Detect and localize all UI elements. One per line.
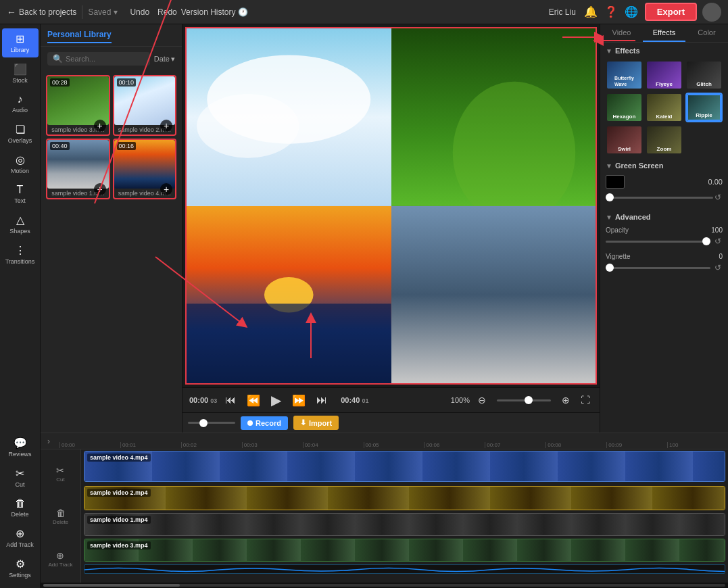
sidebar-label-motion: Motion bbox=[11, 168, 29, 174]
saved-dropdown[interactable]: ▾ bbox=[114, 7, 118, 17]
sidebar-item-add-track[interactable]: ⊕ Add Track bbox=[2, 523, 39, 552]
timeline-scroll-thumb[interactable] bbox=[43, 584, 180, 587]
opacity-reset-button[interactable]: ↺ bbox=[713, 235, 723, 247]
export-button[interactable]: Export bbox=[645, 3, 697, 21]
undo-button[interactable]: Undo bbox=[126, 6, 153, 18]
date-filter[interactable]: Date ▾ bbox=[154, 55, 175, 64]
effect-hexagon[interactable]: Hexagon bbox=[606, 93, 643, 122]
preview-quad-topleft[interactable] bbox=[187, 28, 391, 206]
vignette-reset-button[interactable]: ↺ bbox=[713, 262, 723, 274]
track-2[interactable]: sample video 2.mp4 bbox=[84, 486, 725, 510]
step-forward-button[interactable]: ⏩ bbox=[289, 393, 308, 408]
zoom-in-button[interactable]: ⊕ bbox=[559, 393, 573, 407]
green-screen-label: Green Screen bbox=[615, 162, 664, 170]
globe-icon[interactable]: 🌐 bbox=[625, 5, 638, 18]
library-thumb-4[interactable]: 00:16 + sample video 4.m... bbox=[113, 139, 177, 199]
library-thumb-1[interactable]: 00:28 + sample video 3.m... bbox=[46, 75, 110, 136]
zoom-level: 100% bbox=[451, 396, 470, 404]
sidebar-item-audio[interactable]: ♪ Audio bbox=[2, 89, 39, 118]
step-back-button[interactable]: ⏪ bbox=[244, 393, 263, 408]
waveform-svg bbox=[84, 565, 725, 573]
settings-icon: ⚙ bbox=[16, 558, 25, 570]
advanced-section-header[interactable]: ▼ Advanced bbox=[600, 209, 728, 224]
green-screen-section: 0.00 ↺ bbox=[600, 172, 728, 209]
effect-zoom[interactable]: Zoom bbox=[646, 125, 683, 155]
fit-screen-button[interactable]: ⛶ bbox=[578, 393, 593, 407]
version-history-button[interactable]: Version History 🕐 bbox=[181, 7, 249, 17]
zoom-slider[interactable] bbox=[497, 399, 551, 401]
bell-icon[interactable]: 🔔 bbox=[584, 5, 598, 18]
timeline-scrollbar[interactable] bbox=[41, 583, 728, 588]
add-track-icon: ⊕ bbox=[16, 527, 24, 540]
zoom-out-button[interactable]: ⊖ bbox=[475, 393, 489, 407]
skip-back-button[interactable]: ⏮ bbox=[222, 393, 239, 408]
track-4[interactable]: sample video 3.mp4 bbox=[84, 539, 725, 562]
avatar[interactable] bbox=[702, 3, 721, 22]
timeline-collapse-button[interactable]: › bbox=[41, 433, 57, 449]
effect-flyeye[interactable]: Flyeye bbox=[646, 60, 683, 90]
preview-quad-bottomleft[interactable] bbox=[187, 206, 391, 384]
help-icon[interactable]: ❓ bbox=[604, 5, 618, 18]
sidebar-item-shapes[interactable]: △ Shapes bbox=[2, 210, 39, 239]
opacity-slider[interactable] bbox=[606, 241, 710, 243]
search-input[interactable] bbox=[66, 55, 145, 63]
thumb-add-4[interactable]: + bbox=[160, 183, 172, 195]
redo-button[interactable]: Redo bbox=[153, 6, 181, 18]
svg-rect-9 bbox=[391, 206, 596, 384]
timeline-scroll-track bbox=[43, 584, 725, 587]
play-button[interactable]: ▶ bbox=[268, 391, 284, 410]
effect-kaleid[interactable]: Kaleid bbox=[646, 93, 683, 122]
record-button[interactable]: Record bbox=[241, 416, 288, 430]
delete-icon: 🗑 bbox=[15, 497, 26, 510]
library-tab[interactable]: Personal Library bbox=[47, 30, 112, 43]
vignette-slider[interactable] bbox=[606, 267, 710, 269]
sidebar-item-stock[interactable]: ⬛ Stock bbox=[2, 59, 39, 88]
sky-visual bbox=[187, 28, 391, 206]
effect-glitch[interactable]: Glitch bbox=[685, 60, 723, 90]
sidebar-item-overlays[interactable]: ❏ Overlays bbox=[2, 119, 39, 148]
back-to-projects-button[interactable]: ← Back to projects bbox=[7, 7, 76, 18]
library-thumb-2[interactable]: 00:10 + sample video 2.m... bbox=[113, 75, 177, 136]
tl-add-track-control[interactable]: ⊕ Add Track bbox=[48, 550, 72, 568]
tab-color[interactable]: Color bbox=[685, 24, 728, 42]
track-3[interactable]: sample video 1.mp4 bbox=[84, 513, 725, 536]
green-screen-section-header[interactable]: ▼ Green Screen bbox=[600, 157, 728, 172]
effect-swirl[interactable]: Swirl bbox=[606, 125, 643, 155]
tl-cut-control[interactable]: ✂ Cut bbox=[56, 465, 64, 483]
sidebar-item-transitions[interactable]: ⋮ Transitions bbox=[2, 240, 39, 269]
effects-section-header[interactable]: ▼ Effects bbox=[600, 43, 728, 57]
sidebar-item-reviews[interactable]: 💬 Reviews bbox=[2, 433, 39, 462]
opacity-label: Opacity bbox=[606, 226, 629, 234]
track-1[interactable]: sample video 4.mp4 bbox=[84, 451, 725, 482]
volume-slider[interactable] bbox=[188, 422, 235, 424]
sidebar-item-library[interactable]: ⊞ Library bbox=[2, 28, 39, 57]
center-right-layout: Personal Library 🔍 Date ▾ bbox=[41, 24, 728, 588]
ruler-mark-9: 00:09 bbox=[606, 442, 667, 448]
preview-quad-bottomright[interactable] bbox=[391, 206, 596, 384]
sidebar-item-delete[interactable]: 🗑 Delete bbox=[2, 493, 39, 522]
gs-color-picker[interactable] bbox=[606, 175, 625, 189]
skip-forward-button[interactable]: ⏭ bbox=[314, 393, 330, 408]
gs-reset-button[interactable]: ↺ bbox=[713, 191, 723, 203]
tab-video[interactable]: Video bbox=[600, 24, 643, 42]
thumb-add-1[interactable]: + bbox=[94, 120, 106, 132]
thumb-add-3[interactable]: + bbox=[94, 183, 106, 195]
sidebar-item-motion[interactable]: ◎ Motion bbox=[2, 149, 39, 178]
effect-ripple[interactable]: Ripple bbox=[685, 93, 723, 122]
sidebar-item-text[interactable]: T Text bbox=[2, 180, 39, 208]
library-thumb-3[interactable]: 00:40 + sample video 1.m... bbox=[46, 139, 110, 199]
thumb-add-2[interactable]: + bbox=[160, 120, 172, 132]
sidebar-item-settings[interactable]: ⚙ Settings bbox=[2, 554, 39, 583]
tab-effects[interactable]: Effects bbox=[643, 24, 685, 42]
timeline-header: › 00:00 00:01 00:02 00:03 00:04 00:05 00… bbox=[41, 433, 728, 449]
track-2-content bbox=[84, 487, 725, 510]
preview-quad-topright[interactable] bbox=[391, 28, 596, 206]
sidebar-item-cut[interactable]: ✂ Cut bbox=[2, 463, 39, 492]
effect-butterfly-wave[interactable]: ButterflyWave bbox=[606, 60, 643, 90]
vignette-value: 0 bbox=[719, 253, 723, 260]
import-button[interactable]: ⬇ Import bbox=[293, 416, 339, 430]
track-3-label: sample video 1.mp4 bbox=[87, 516, 151, 524]
ruler-mark-3: 00:03 bbox=[242, 442, 303, 448]
gs-slider[interactable] bbox=[606, 197, 713, 199]
tl-delete-control[interactable]: 🗑 Delete bbox=[53, 508, 68, 525]
